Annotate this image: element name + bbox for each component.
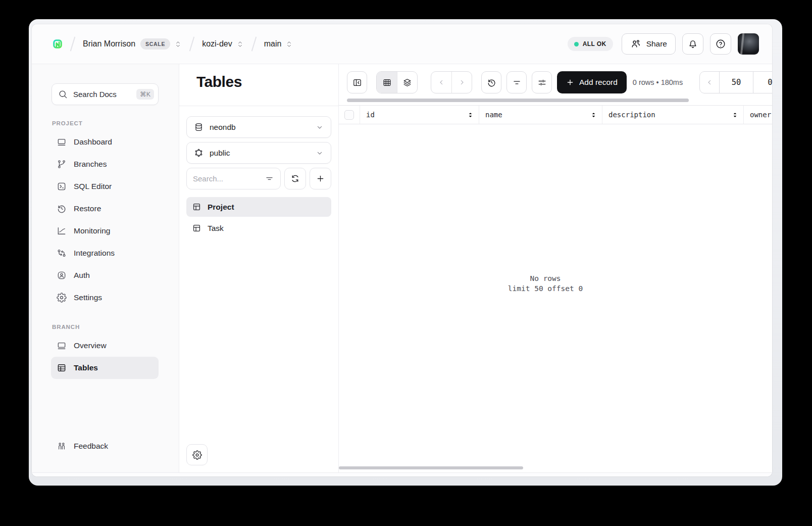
query-history-button[interactable] <box>481 71 501 93</box>
chevron-up-down-icon <box>285 40 293 48</box>
sidebar-section: PROJECTDashboardBranchesSQL EditorRestor… <box>52 120 159 309</box>
sidebar-item-label: Branches <box>74 160 107 169</box>
refresh-tables-button[interactable] <box>284 168 306 189</box>
data-grid-area: Add record 0 rows • 180ms 50 0 <box>339 64 772 472</box>
filter-lines-icon <box>512 78 522 87</box>
sidebar-item-monitoring[interactable]: Monitoring <box>51 220 159 242</box>
database-select[interactable]: neondb <box>186 116 331 138</box>
row-nav-toggle <box>431 71 472 93</box>
plus-icon <box>316 174 325 183</box>
branch-name: main <box>264 39 282 49</box>
sidebar-item-label: Overview <box>74 341 107 350</box>
breadcrumb-org-selector[interactable]: Brian Morrison SCALE <box>83 38 182 50</box>
gear-icon <box>192 450 202 460</box>
sidebar-item-label: Tables <box>74 363 98 372</box>
sort-icon[interactable] <box>467 111 474 119</box>
column-header-id[interactable]: id <box>360 106 479 124</box>
breadcrumb-separator <box>251 36 257 51</box>
sidebar-item-auth[interactable]: Auth <box>51 264 159 286</box>
sidebar-item-label: Restore <box>74 204 101 213</box>
prev-page-button[interactable] <box>431 72 451 93</box>
help-button[interactable] <box>710 33 731 55</box>
sidebar-item-dashboard[interactable]: Dashboard <box>51 131 159 153</box>
sidebar-item-label: Auth <box>74 271 90 280</box>
search-docs-button[interactable]: Search Docs ⌘K <box>52 83 159 105</box>
chevron-left-icon <box>437 78 445 86</box>
notifications-button[interactable] <box>682 33 703 55</box>
branches-icon <box>57 159 67 169</box>
breadcrumb-separator <box>70 36 76 51</box>
panel-settings-button[interactable] <box>186 444 208 465</box>
filter-lines-icon[interactable] <box>265 174 274 183</box>
users-icon <box>630 38 641 50</box>
feedback-icon <box>57 441 67 451</box>
user-avatar[interactable] <box>738 33 759 55</box>
sidebar-item-sql-editor[interactable]: SQL Editor <box>51 175 159 198</box>
sidebar-item-overview[interactable]: Overview <box>51 334 159 357</box>
next-page-button[interactable] <box>451 72 472 93</box>
dashboard-icon <box>57 341 67 351</box>
sidebar-item-tables[interactable]: Tables <box>51 357 159 379</box>
sidebar-item-feedback[interactable]: Feedback <box>51 435 159 457</box>
table-search-box <box>186 168 281 189</box>
column-header-owner[interactable]: owner <box>744 106 772 124</box>
schema-icon <box>194 148 204 158</box>
collapse-panel-button[interactable] <box>347 71 367 93</box>
panel-header: Tables <box>179 64 338 106</box>
add-table-button[interactable] <box>310 168 331 189</box>
status-badge[interactable]: ALL OK <box>568 37 613 51</box>
sidebar-item-branches[interactable]: Branches <box>51 153 159 175</box>
neon-logo-icon[interactable] <box>53 39 63 49</box>
table-search-input[interactable] <box>193 174 261 183</box>
breadcrumb-project-selector[interactable]: kozi-dev <box>202 39 244 49</box>
table-item-icon <box>192 202 201 212</box>
page-offset-input[interactable]: 0 <box>753 72 772 93</box>
pager-prev-button[interactable] <box>700 72 719 93</box>
table-icon <box>57 363 67 373</box>
sidebar-section-title: BRANCH <box>52 324 159 330</box>
org-name: Brian Morrison <box>83 39 135 49</box>
empty-state-line2: limit 50 offset 0 <box>339 283 752 294</box>
sidebar-item-restore[interactable]: Restore <box>51 198 159 220</box>
add-record-button[interactable]: Add record <box>557 71 627 93</box>
breadcrumb-branch-selector[interactable]: main <box>264 39 293 49</box>
sidebar-item-label: Integrations <box>74 249 115 258</box>
grid-view-button[interactable] <box>377 72 397 93</box>
layers-view-button[interactable] <box>397 72 417 93</box>
sidebar-section-title: PROJECT <box>52 120 159 126</box>
view-mode-toggle <box>376 71 418 93</box>
table-list-item-project[interactable]: Project <box>186 197 331 217</box>
sort-icon[interactable] <box>590 111 597 119</box>
select-all-checkbox[interactable] <box>344 110 354 120</box>
search-docs-label: Search Docs <box>73 90 117 99</box>
breadcrumb-separator <box>189 36 195 51</box>
share-button[interactable]: Share <box>622 33 676 55</box>
view-settings-button[interactable] <box>532 71 552 93</box>
query-stats: 0 rows • 180ms <box>633 78 683 86</box>
sort-icon[interactable] <box>731 111 739 119</box>
table-list-item-task[interactable]: Task <box>186 218 331 238</box>
sidebar-item-integrations[interactable]: Integrations <box>51 242 159 264</box>
column-header-name[interactable]: name <box>479 106 602 124</box>
bell-icon <box>687 38 698 50</box>
app-content: Brian Morrison SCALE kozi-dev main ALL O… <box>32 24 772 476</box>
sidebar-item-settings[interactable]: Settings <box>51 286 159 309</box>
sidebar: Search Docs ⌘K PROJECTDashboardBranchesS… <box>32 64 179 472</box>
horizontal-scrollbar-bottom[interactable] <box>339 466 523 469</box>
page-size-input[interactable]: 50 <box>719 72 753 93</box>
refresh-icon <box>290 174 300 183</box>
horizontal-scrollbar-top[interactable] <box>347 99 689 102</box>
sidebar-sections: PROJECTDashboardBranchesSQL EditorRestor… <box>52 105 159 379</box>
help-icon <box>715 38 726 50</box>
sql-editor-icon <box>57 181 67 192</box>
chevron-right-icon <box>458 78 466 86</box>
auth-icon <box>57 270 67 280</box>
status-dot <box>574 42 579 46</box>
integrations-icon <box>57 248 67 258</box>
column-header-description[interactable]: description <box>602 106 744 124</box>
share-label: Share <box>646 39 667 49</box>
project-name: kozi-dev <box>202 39 232 49</box>
filter-button[interactable] <box>506 71 527 93</box>
empty-state: No rows limit 50 offset 0 <box>339 273 752 294</box>
schema-select[interactable]: public <box>186 142 331 164</box>
